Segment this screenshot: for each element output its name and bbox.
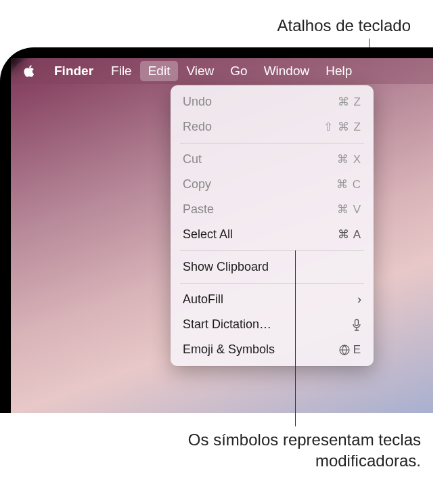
menu-label: Undo [183,93,212,111]
chevron-right-icon: › [357,290,361,309]
menu-label: Copy [183,175,211,194]
menu-label: Emoji & Symbols [183,340,275,359]
menu-label: Redo [183,118,212,136]
menu-start-dictation[interactable]: Start Dictation… [171,312,374,337]
menu-label: Start Dictation… [183,315,271,334]
menu-copy: Copy ⌘ C [171,172,374,197]
shortcut-text: E [339,341,361,359]
menu-paste: Paste ⌘ V [171,197,374,222]
callout-line [295,250,296,426]
menu-show-clipboard[interactable]: Show Clipboard [171,254,374,280]
menu-view[interactable]: View [178,61,222,81]
menu-separator [180,143,364,143]
menu-select-all[interactable]: Select All ⌘ A [171,222,374,247]
svg-rect-0 [355,319,359,326]
shortcut-text: ⇧ ⌘ Z [323,118,361,136]
menu-redo: Redo ⇧ ⌘ Z [171,114,374,139]
menu-window[interactable]: Window [256,61,318,81]
shortcut-text: ⌘ V [337,201,361,219]
shortcut-text: ⌘ X [337,151,361,169]
apple-logo-icon[interactable] [23,65,35,77]
menu-help[interactable]: Help [317,61,360,81]
menu-label: Select All [183,225,233,244]
menu-label: Cut [183,150,202,169]
menu-file[interactable]: File [103,61,140,81]
callout-modifier-keys: Os símbolos representam teclas modificad… [81,429,421,471]
menu-label: Show Clipboard [183,258,269,276]
menu-cut: Cut ⌘ X [171,147,374,172]
shortcut-text: ⌘ A [338,226,361,244]
menu-separator [180,250,364,251]
shortcut-text: ⌘ C [336,176,361,194]
edit-dropdown-menu: Undo ⌘ Z Redo ⇧ ⌘ Z Cut ⌘ X Copy ⌘ C Pas… [171,85,374,366]
menu-label: AutoFill [183,290,223,309]
menu-label: Paste [183,200,214,219]
menubar-app-name[interactable]: Finder [47,61,100,81]
menubar: Finder File Edit View Go Window Help [11,58,433,84]
device-frame: Finder File Edit View Go Window Help Und… [0,47,433,413]
menu-separator [180,283,364,284]
menu-edit[interactable]: Edit [140,61,179,81]
menu-go[interactable]: Go [222,61,255,81]
menu-emoji-symbols[interactable]: Emoji & Symbols E [171,337,374,362]
menu-autofill[interactable]: AutoFill › [171,287,374,312]
menu-undo: Undo ⌘ Z [171,89,374,114]
desktop-screen: Finder File Edit View Go Window Help Und… [11,58,433,413]
microphone-icon [352,319,361,331]
globe-icon [339,345,350,355]
shortcut-text: ⌘ Z [338,93,361,111]
callout-keyboard-shortcuts: Atalhos de teclado [277,16,411,35]
